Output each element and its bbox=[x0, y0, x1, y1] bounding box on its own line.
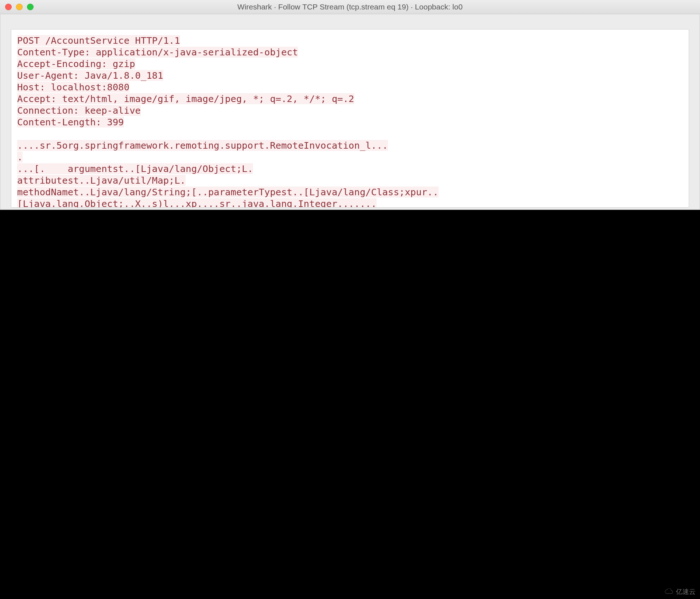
stream-line[interactable]: . bbox=[17, 152, 23, 163]
window-controls bbox=[5, 4, 34, 10]
stream-line[interactable]: attributest..Ljava/util/Map;L. bbox=[17, 175, 186, 186]
watermark-text: 亿速云 bbox=[676, 587, 696, 596]
stream-viewer[interactable]: POST /AccountService HTTP/1.1 Content-Ty… bbox=[11, 29, 689, 208]
close-icon[interactable] bbox=[5, 4, 12, 10]
stream-line[interactable]: User-Agent: Java/1.8.0_181 bbox=[17, 70, 163, 81]
stream-line[interactable]: POST /AccountService HTTP/1.1 bbox=[17, 35, 180, 46]
stream-line[interactable]: Accept: text/html, image/gif, image/jpeg… bbox=[17, 93, 354, 104]
titlebar[interactable]: Wireshark · Follow TCP Stream (tcp.strea… bbox=[0, 0, 700, 14]
stream-line[interactable]: Connection: keep-alive bbox=[17, 105, 141, 116]
stream-line[interactable]: ...[. argumentst..[Ljava/lang/Object;L. bbox=[17, 163, 253, 174]
window-title: Wireshark · Follow TCP Stream (tcp.strea… bbox=[0, 0, 700, 14]
stream-line[interactable]: methodNamet..Ljava/lang/String;[..parame… bbox=[17, 187, 439, 197]
stream-line[interactable]: Content-Type: application/x-java-seriali… bbox=[17, 47, 298, 58]
stream-line[interactable]: Accept-Encoding: gzip bbox=[17, 58, 135, 69]
stream-line[interactable]: Host: localhost:8080 bbox=[17, 82, 129, 93]
minimize-icon[interactable] bbox=[16, 4, 23, 10]
cropped-region bbox=[0, 210, 700, 599]
zoom-icon[interactable] bbox=[27, 4, 34, 10]
cloud-icon bbox=[664, 588, 674, 595]
stream-line[interactable]: [Ljava.lang.Object;..X..s)l...xp....sr..… bbox=[17, 198, 377, 208]
tcp-stream-text[interactable]: POST /AccountService HTTP/1.1 Content-Ty… bbox=[17, 35, 683, 208]
stream-line[interactable]: Content-Length: 399 bbox=[17, 117, 124, 128]
watermark: 亿速云 bbox=[664, 587, 696, 596]
stream-line[interactable]: ....sr.5org.springframework.remoting.sup… bbox=[17, 140, 388, 151]
app-window: Wireshark · Follow TCP Stream (tcp.strea… bbox=[0, 0, 700, 210]
